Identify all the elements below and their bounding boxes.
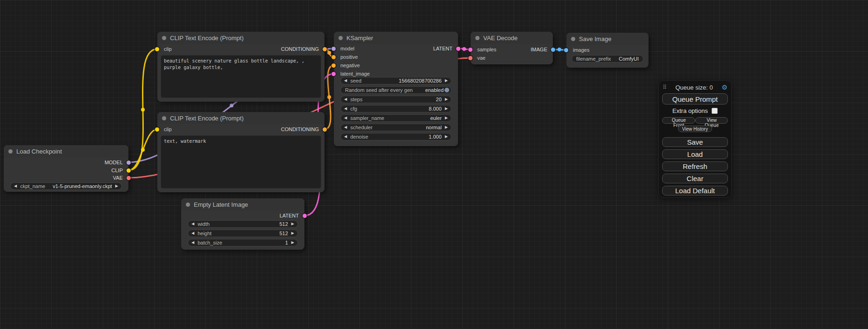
- collapse-dot-icon[interactable]: [186, 203, 190, 207]
- toggle-knob-icon[interactable]: [445, 88, 449, 92]
- decrement-arrow-icon[interactable]: ◀: [344, 114, 347, 122]
- increment-arrow-icon[interactable]: ▶: [445, 133, 448, 140]
- node-title-bar[interactable]: CLIP Text Encode (Prompt): [157, 32, 325, 44]
- input-dot-clip[interactable]: [155, 127, 159, 132]
- queue-small-buttons-row: Queue Front View Queue: [662, 117, 728, 124]
- increment-arrow-icon[interactable]: ▶: [291, 239, 294, 246]
- node-load-checkpoint[interactable]: Load Checkpoint MODEL CLIP VAE ◀ ckpt_na…: [4, 145, 128, 192]
- extra-options-checkbox[interactable]: [712, 108, 718, 114]
- link-dot-clip-positive[interactable]: [141, 108, 145, 112]
- decrement-arrow-icon[interactable]: ◀: [14, 182, 17, 190]
- node-title-bar[interactable]: Save Image: [566, 33, 649, 45]
- collapse-dot-icon[interactable]: [339, 36, 343, 40]
- input-dot-negative[interactable]: [332, 63, 336, 68]
- increment-arrow-icon[interactable]: ▶: [445, 124, 448, 131]
- drag-handle-icon[interactable]: ⠿: [663, 84, 667, 91]
- link-dot-latent-decode[interactable]: [462, 47, 466, 51]
- input-dot-positive[interactable]: [332, 55, 336, 59]
- output-label-model: MODEL: [105, 159, 123, 166]
- output-dot-conditioning[interactable]: [323, 47, 327, 51]
- widget-cfg[interactable]: ◀ cfg 8.000 ▶: [340, 105, 452, 112]
- increment-arrow-icon[interactable]: ▶: [445, 77, 448, 84]
- widget-sampler-name[interactable]: ◀ sampler_name euler ▶: [340, 114, 452, 122]
- node-title-bar[interactable]: KSampler: [334, 32, 458, 44]
- link-dot-model[interactable]: [230, 104, 233, 107]
- output-dot-latent[interactable]: [303, 214, 307, 218]
- load-button[interactable]: Load: [662, 149, 728, 159]
- settings-gear-icon[interactable]: ⚙: [721, 84, 727, 91]
- decrement-arrow-icon[interactable]: ◀: [191, 239, 194, 246]
- collapse-dot-icon[interactable]: [162, 116, 166, 120]
- increment-arrow-icon[interactable]: ▶: [291, 220, 294, 228]
- input-dot-samples[interactable]: [468, 48, 473, 52]
- view-history-button[interactable]: View History: [678, 126, 712, 132]
- save-button[interactable]: Save: [662, 137, 728, 147]
- clear-button[interactable]: Clear: [662, 174, 728, 183]
- widget-filename-prefix[interactable]: filename_prefix ComfyUI: [572, 55, 643, 63]
- decrement-arrow-icon[interactable]: ◀: [191, 230, 194, 237]
- view-queue-button[interactable]: View Queue: [695, 117, 728, 124]
- widget-batch-size[interactable]: ◀ batch_size 1 ▶: [188, 239, 298, 246]
- node-title-bar[interactable]: Empty Latent Image: [181, 198, 304, 210]
- node-ksampler[interactable]: KSampler model positive negative latent_…: [334, 32, 458, 146]
- output-dot-conditioning[interactable]: [323, 127, 327, 132]
- collapse-dot-icon[interactable]: [162, 36, 166, 40]
- input-dot-clip[interactable]: [155, 47, 159, 51]
- prompt-textarea[interactable]: beautiful scenery nature glass bottle la…: [161, 55, 321, 98]
- link-dot-clip-negative[interactable]: [141, 148, 145, 152]
- link-dot-image-save[interactable]: [557, 48, 561, 51]
- increment-arrow-icon[interactable]: ▶: [445, 96, 448, 103]
- node-vae-decode[interactable]: VAE Decode samples vae IMAGE: [471, 32, 553, 64]
- collapse-dot-icon[interactable]: [475, 36, 480, 40]
- increment-arrow-icon[interactable]: ▶: [445, 114, 448, 122]
- output-dot-model[interactable]: [127, 161, 131, 165]
- refresh-button[interactable]: Refresh: [662, 161, 728, 171]
- node-title-bar[interactable]: Load Checkpoint: [4, 145, 128, 157]
- decrement-arrow-icon[interactable]: ◀: [344, 105, 347, 112]
- queue-front-button[interactable]: Queue Front: [662, 117, 695, 124]
- output-dot-image[interactable]: [551, 48, 555, 52]
- input-dot-images[interactable]: [564, 48, 568, 52]
- widget-scheduler[interactable]: ◀ scheduler normal ▶: [340, 124, 452, 131]
- widget-value: enabled: [425, 87, 444, 93]
- increment-arrow-icon[interactable]: ▶: [445, 105, 448, 112]
- input-dot-latent-image[interactable]: [332, 72, 336, 76]
- widget-value: 156680208700286: [399, 78, 442, 84]
- link-dot-cond-negative[interactable]: [327, 95, 331, 99]
- widget-random-seed-toggle[interactable]: Random seed after every gen enabled: [340, 86, 452, 94]
- graph-canvas[interactable]: Load Checkpoint MODEL CLIP VAE ◀ ckpt_na…: [0, 0, 868, 329]
- node-clip-text-encode-negative[interactable]: CLIP Text Encode (Prompt) clip CONDITION…: [157, 112, 325, 192]
- link-dot-cond-positive[interactable]: [327, 51, 331, 55]
- widget-height[interactable]: ◀ height 512 ▶: [188, 230, 298, 237]
- decrement-arrow-icon[interactable]: ◀: [191, 220, 194, 228]
- node-empty-latent-image[interactable]: Empty Latent Image LATENT ◀ width 512 ▶ …: [181, 198, 304, 250]
- output-dot-clip[interactable]: [127, 168, 131, 173]
- widget-denoise[interactable]: ◀ denoise 1.000 ▶: [340, 133, 452, 140]
- load-default-button[interactable]: Load Default: [662, 186, 728, 196]
- widget-value: 8.000: [429, 106, 442, 112]
- widget-value: 20: [436, 97, 442, 102]
- decrement-arrow-icon[interactable]: ◀: [344, 124, 347, 131]
- increment-arrow-icon[interactable]: ▶: [115, 182, 118, 190]
- decrement-arrow-icon[interactable]: ◀: [344, 77, 347, 84]
- prompt-textarea[interactable]: text, watermark: [161, 135, 321, 189]
- node-title-bar[interactable]: VAE Decode: [471, 32, 553, 44]
- collapse-dot-icon[interactable]: [8, 149, 13, 154]
- decrement-arrow-icon[interactable]: ◀: [344, 133, 347, 140]
- input-dot-vae[interactable]: [468, 56, 473, 60]
- widget-ckpt-name[interactable]: ◀ ckpt_name v1-5-pruned-emaonly.ckpt ▶: [10, 182, 122, 190]
- queue-prompt-button[interactable]: Queue Prompt: [662, 93, 728, 105]
- decrement-arrow-icon[interactable]: ◀: [344, 96, 347, 103]
- node-save-image[interactable]: Save Image images filename_prefix ComfyU…: [566, 33, 649, 68]
- increment-arrow-icon[interactable]: ▶: [291, 230, 294, 237]
- widget-steps[interactable]: ◀ steps 20 ▶: [340, 96, 452, 103]
- node-clip-text-encode-positive[interactable]: CLIP Text Encode (Prompt) clip CONDITION…: [157, 32, 325, 102]
- widget-width[interactable]: ◀ width 512 ▶: [188, 220, 298, 228]
- widget-value: 1.000: [429, 134, 442, 140]
- node-title-bar[interactable]: CLIP Text Encode (Prompt): [157, 112, 325, 124]
- output-dot-latent[interactable]: [456, 47, 460, 51]
- widget-seed[interactable]: ◀ seed 156680208700286 ▶: [340, 77, 452, 84]
- input-dot-model[interactable]: [332, 47, 336, 51]
- collapse-dot-icon[interactable]: [571, 37, 575, 41]
- output-dot-vae[interactable]: [127, 176, 131, 180]
